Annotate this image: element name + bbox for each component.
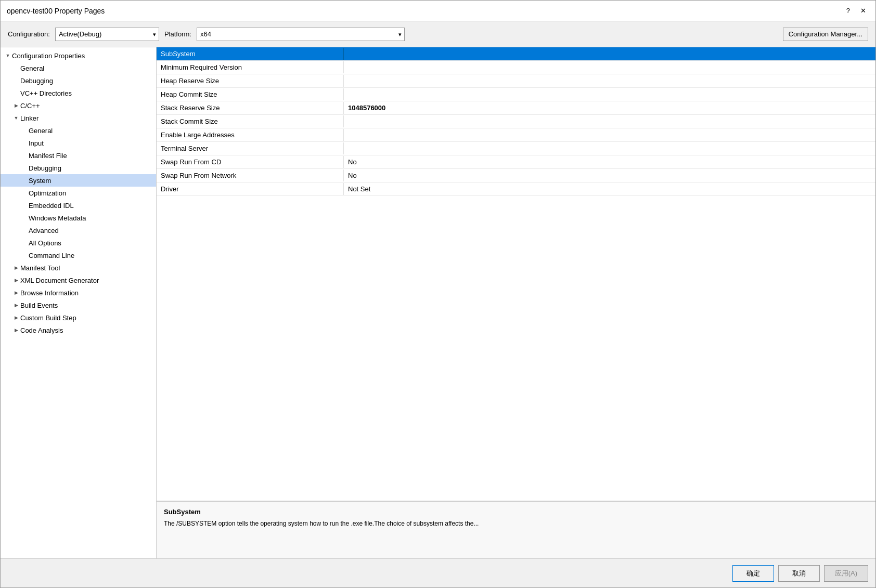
sidebar-item-vc-directories[interactable]: VC++ Directories: [1, 87, 156, 99]
sidebar-item-general[interactable]: General: [1, 62, 156, 74]
tree-label-linker-system: System: [29, 177, 153, 185]
prop-row-heap-commit[interactable]: Heap Commit Size: [157, 88, 875, 101]
platform-select[interactable]: x64: [197, 28, 405, 41]
sidebar-item-linker-all-options[interactable]: All Options: [1, 237, 156, 249]
sidebar-item-config-props[interactable]: ▼Configuration Properties: [1, 49, 156, 62]
tree-label-xml-doc-gen: XML Document Generator: [20, 277, 153, 284]
prop-row-stack-commit[interactable]: Stack Commit Size: [157, 115, 875, 128]
config-manager-button[interactable]: Configuration Manager...: [783, 28, 868, 41]
prop-row-swap-run-network[interactable]: Swap Run From NetworkNo: [157, 169, 875, 182]
prop-value-large-addresses: [344, 133, 875, 137]
sidebar-item-linker-manifest[interactable]: Manifest File: [1, 149, 156, 162]
prop-row-min-version[interactable]: Minimum Required Version: [157, 61, 875, 74]
tree-label-linker-optimization: Optimization: [29, 189, 153, 197]
prop-name-stack-commit: Stack Commit Size: [157, 115, 344, 127]
tree-expander-config-props: ▼: [4, 53, 12, 58]
property-pages-dialog: opencv-test00 Property Pages ? ✕ Configu…: [0, 0, 876, 588]
tree-label-browse-info: Browse Information: [20, 289, 153, 297]
prop-name-min-version: Minimum Required Version: [157, 61, 344, 73]
title-bar-controls: ? ✕: [843, 7, 869, 15]
tree-label-general: General: [20, 64, 153, 72]
prop-value-driver: Not Set: [344, 183, 875, 195]
tree-label-custom-build: Custom Build Step: [20, 314, 153, 322]
prop-name-driver: Driver: [157, 183, 344, 195]
prop-name-large-addresses: Enable Large Addresses: [157, 129, 344, 141]
prop-value-stack-commit: [344, 120, 875, 124]
prop-row-stack-reserve[interactable]: Stack Reserve Size1048576000: [157, 101, 875, 115]
configuration-select[interactable]: Active(Debug): [55, 28, 159, 41]
description-text: The /SUBSYSTEM option tells the operatin…: [164, 519, 868, 528]
sidebar-item-linker-input[interactable]: Input: [1, 137, 156, 149]
prop-row-terminal-server[interactable]: Terminal Server: [157, 142, 875, 155]
tree-label-config-props: Configuration Properties: [12, 52, 153, 60]
platform-label: Platform:: [164, 30, 191, 38]
prop-row-heap-reserve[interactable]: Heap Reserve Size: [157, 74, 875, 88]
property-panel: SubSystemMinimum Required VersionHeap Re…: [157, 47, 875, 558]
description-title: SubSystem: [164, 508, 868, 516]
prop-row-driver[interactable]: DriverNot Set: [157, 182, 875, 196]
tree-label-linker-general: General: [29, 127, 153, 135]
sidebar-item-linker-debugging[interactable]: Debugging: [1, 162, 156, 174]
tree-label-build-events: Build Events: [20, 302, 153, 309]
prop-name-terminal-server: Terminal Server: [157, 142, 344, 154]
sidebar-item-linker-general[interactable]: General: [1, 124, 156, 137]
sidebar-item-linker-system[interactable]: System: [1, 174, 156, 187]
tree-expander-code-analysis: ▶: [12, 328, 20, 333]
sidebar-item-browse-info[interactable]: ▶Browse Information: [1, 286, 156, 299]
sidebar-item-linker-advanced[interactable]: Advanced: [1, 224, 156, 237]
sidebar-item-debugging[interactable]: Debugging: [1, 74, 156, 87]
sidebar-item-code-analysis[interactable]: ▶Code Analysis: [1, 324, 156, 336]
sidebar: ▼Configuration PropertiesGeneralDebuggin…: [1, 47, 157, 558]
bottom-bar: 确定 取消 应用(A): [1, 558, 875, 587]
prop-value-heap-commit: [344, 93, 875, 97]
sidebar-item-linker-optimization[interactable]: Optimization: [1, 187, 156, 199]
ok-button[interactable]: 确定: [732, 565, 774, 582]
config-label: Configuration:: [8, 30, 50, 38]
description-panel: SubSystem The /SUBSYSTEM option tells th…: [157, 501, 875, 558]
sidebar-item-linker-command-line[interactable]: Command Line: [1, 249, 156, 262]
prop-name-stack-reserve: Stack Reserve Size: [157, 102, 344, 114]
config-bar: Configuration: Active(Debug) Platform: x…: [1, 21, 875, 47]
sidebar-item-linker-windows-metadata[interactable]: Windows Metadata: [1, 212, 156, 224]
tree-label-linker-windows-metadata: Windows Metadata: [29, 214, 153, 222]
prop-name-subsystem: SubSystem: [157, 48, 344, 60]
sidebar-item-linker[interactable]: ▼Linker: [1, 112, 156, 124]
tree-label-linker-embedded-idl: Embedded IDL: [29, 202, 153, 210]
prop-value-swap-run-network: No: [344, 169, 875, 181]
dialog-title: opencv-test00 Property Pages: [7, 7, 105, 15]
tree-label-code-analysis: Code Analysis: [20, 326, 153, 334]
tree-label-linker: Linker: [20, 114, 153, 122]
tree-label-linker-advanced: Advanced: [29, 227, 153, 234]
title-bar: opencv-test00 Property Pages ? ✕: [1, 1, 875, 21]
sidebar-item-custom-build[interactable]: ▶Custom Build Step: [1, 311, 156, 324]
cancel-button[interactable]: 取消: [778, 565, 820, 582]
tree-label-debugging: Debugging: [20, 77, 153, 85]
help-button[interactable]: ?: [843, 7, 853, 15]
tree-label-linker-debugging: Debugging: [29, 164, 153, 172]
config-select-wrapper: Active(Debug): [55, 28, 159, 41]
tree-label-linker-manifest: Manifest File: [29, 152, 153, 160]
sidebar-item-linker-embedded-idl[interactable]: Embedded IDL: [1, 199, 156, 212]
prop-name-heap-reserve: Heap Reserve Size: [157, 75, 344, 87]
sidebar-item-c-cpp[interactable]: ▶C/C++: [1, 99, 156, 112]
tree-expander-build-events: ▶: [12, 303, 20, 308]
tree-expander-browse-info: ▶: [12, 290, 20, 295]
tree-expander-c-cpp: ▶: [12, 103, 20, 108]
prop-row-large-addresses[interactable]: Enable Large Addresses: [157, 128, 875, 142]
main-content: ▼Configuration PropertiesGeneralDebuggin…: [1, 47, 875, 558]
prop-row-swap-run-cd[interactable]: Swap Run From CDNo: [157, 155, 875, 169]
prop-value-stack-reserve: 1048576000: [344, 102, 875, 114]
apply-button[interactable]: 应用(A): [824, 565, 868, 582]
prop-value-min-version: [344, 66, 875, 70]
property-grid: SubSystemMinimum Required VersionHeap Re…: [157, 47, 875, 501]
prop-name-swap-run-network: Swap Run From Network: [157, 169, 344, 181]
prop-name-swap-run-cd: Swap Run From CD: [157, 156, 344, 168]
close-button[interactable]: ✕: [857, 7, 869, 15]
prop-row-subsystem[interactable]: SubSystem: [157, 47, 875, 61]
tree-label-linker-input: Input: [29, 139, 153, 147]
sidebar-item-build-events[interactable]: ▶Build Events: [1, 299, 156, 311]
sidebar-item-manifest-tool[interactable]: ▶Manifest Tool: [1, 262, 156, 274]
sidebar-item-xml-doc-gen[interactable]: ▶XML Document Generator: [1, 274, 156, 286]
tree-label-vc-directories: VC++ Directories: [20, 89, 153, 97]
platform-select-wrapper: x64: [197, 28, 405, 41]
